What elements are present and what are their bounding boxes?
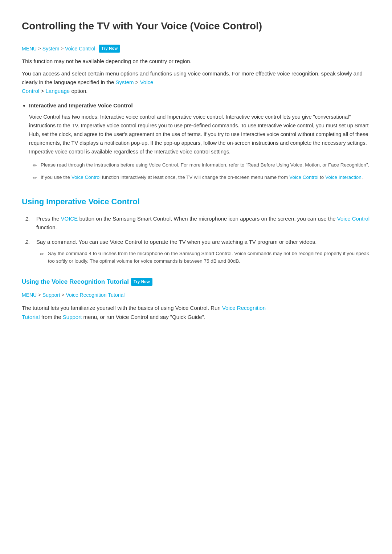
breadcrumb-sep-1: > xyxy=(38,45,41,53)
note-icon-2: ✏ xyxy=(33,174,37,182)
breadcrumb: MENU > System > Voice Control Try Now xyxy=(22,45,370,53)
tutorial-breadcrumb-menu[interactable]: MENU xyxy=(22,291,37,299)
note-item-2: ✏ If you use the Voice Control function … xyxy=(33,174,370,182)
tutorial-breadcrumb: MENU > Support > Voice Recognition Tutor… xyxy=(22,291,370,299)
imperative-section-heading: Using Imperative Voice Control xyxy=(22,195,370,208)
breadcrumb-sep-2: > xyxy=(61,45,64,53)
tutorial-breadcrumb-vrt[interactable]: Voice Recognition Tutorial xyxy=(66,291,124,299)
step-1-content: Press the VOICE button on the Samsung Sm… xyxy=(36,214,370,232)
bullet-item-interactive: Interactive and Imperative Voice Control… xyxy=(29,101,370,182)
tutorial-section: Using the Voice Recognition Tutorial Try… xyxy=(22,277,370,321)
breadcrumb-voice-control[interactable]: Voice Control xyxy=(65,45,95,53)
try-now-badge[interactable]: Try Now xyxy=(99,45,120,53)
breadcrumb-system[interactable]: System xyxy=(42,45,60,53)
intro-line-1: This function may not be available depen… xyxy=(22,57,370,66)
note-voice-control-link[interactable]: Voice Control xyxy=(72,175,101,180)
note-list: ✏ Please read through the instructions b… xyxy=(33,161,370,182)
step-1-voice-control-link[interactable]: Voice Control xyxy=(337,216,369,222)
note-voice-interaction-link[interactable]: Voice Interaction xyxy=(325,175,362,180)
breadcrumb-menu[interactable]: MENU xyxy=(22,45,37,53)
step-1: 1. Press the VOICE button on the Samsung… xyxy=(25,214,370,232)
intro-line-2: You can access and select certain menu o… xyxy=(22,69,370,95)
intro-language-link[interactable]: Language xyxy=(45,88,70,94)
note-voice-control-link-2[interactable]: Voice Control xyxy=(289,175,318,180)
step-2: 2. Say a command. You can use Voice Cont… xyxy=(25,238,370,265)
step-2-note-text: Say the command 4 to 6 inches from the m… xyxy=(48,250,370,265)
intro-system-link[interactable]: System xyxy=(116,79,134,85)
step-2-content: Say a command. You can use Voice Control… xyxy=(36,238,370,265)
imperative-steps: 1. Press the VOICE button on the Samsung… xyxy=(25,214,370,265)
step-1-num: 1. xyxy=(25,214,32,232)
note-text-2: If you use the Voice Control function in… xyxy=(41,174,363,182)
tutorial-breadcrumb-support[interactable]: Support xyxy=(42,291,60,299)
tutorial-try-now-badge[interactable]: Try Now xyxy=(131,278,152,286)
step-1-voice-link[interactable]: VOICE xyxy=(61,216,78,222)
tutorial-vrt-link[interactable]: Voice RecognitionTutorial xyxy=(22,305,266,320)
tutorial-sep-1: > xyxy=(38,291,41,299)
bullet-body: Voice Control has two modes: Interactive… xyxy=(29,113,370,156)
tutorial-heading: Using the Voice Recognition Tutorial Try… xyxy=(22,277,370,287)
step-2-num: 2. xyxy=(25,238,32,265)
bullet-section: Interactive and Imperative Voice Control… xyxy=(29,101,370,182)
step-2-note-1: ✏ Say the command 4 to 6 inches from the… xyxy=(40,250,370,265)
tutorial-body: The tutorial lets you familiarize yourse… xyxy=(22,304,370,322)
step-2-note-icon: ✏ xyxy=(40,250,44,265)
note-icon-1: ✏ xyxy=(33,162,37,170)
step-2-notes: ✏ Say the command 4 to 6 inches from the… xyxy=(40,250,370,265)
note-item-1: ✏ Please read through the instructions b… xyxy=(33,161,370,170)
page-title: Controlling the TV with Your Voice (Voic… xyxy=(22,18,370,34)
tutorial-heading-text: Using the Voice Recognition Tutorial xyxy=(22,277,129,287)
tutorial-support-link[interactable]: Support xyxy=(63,314,82,320)
note-text-1: Please read through the instructions bef… xyxy=(41,161,369,170)
bullet-title: Interactive and Imperative Voice Control xyxy=(29,102,133,108)
tutorial-sep-2: > xyxy=(62,291,65,299)
